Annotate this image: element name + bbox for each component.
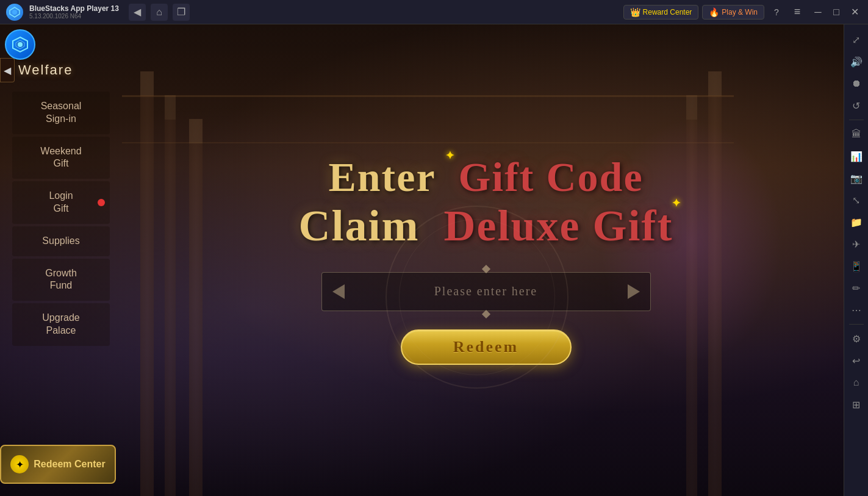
titlebar-right: 👑 Reward Center 🔥 Play & Win ? ≡ ─ □ ✕ — [623, 4, 868, 21]
app-logo — [4, 1, 26, 23]
home-icon-btn[interactable]: ⌂ — [846, 372, 867, 393]
sidebar-item-upgrade-palace[interactable]: UpgradePalace — [12, 303, 110, 346]
bluestacks-logo[interactable] — [5, 29, 35, 60]
divider-1 — [849, 120, 864, 120]
left-arrow-shape — [332, 284, 345, 299]
more-icon-btn[interactable]: ⋯ — [846, 300, 867, 320]
nav-buttons: ◀ ⌂ ❐ — [129, 4, 190, 21]
resize-icon-btn[interactable]: ⤡ — [846, 190, 867, 210]
gift-icon: ✦ — [16, 459, 24, 470]
input-right-arrow — [622, 282, 646, 301]
growth-fund-label: GrowthFund — [45, 268, 77, 291]
sidebar-item-growth-fund[interactable]: GrowthFund — [12, 259, 110, 301]
fire-icon: 🔥 — [709, 7, 719, 17]
app-version: 5.13.200.1026 N64 — [29, 13, 119, 20]
close-button[interactable]: ✕ — [846, 4, 863, 21]
enter-word: Enter — [328, 156, 447, 198]
app-name: BlueStacks App Player 13 — [29, 4, 119, 13]
sidebar-items-list: SeasonalSign-in WeekendGift LoginGift Su… — [12, 92, 110, 346]
play-win-label: Play & Win — [722, 8, 758, 16]
supplies-label: Supplies — [42, 235, 79, 246]
reward-center-button[interactable]: 👑 Reward Center — [623, 5, 699, 20]
gift-code-words: Gift Code — [458, 154, 643, 200]
record-icon-btn[interactable]: ⏺ — [846, 73, 867, 94]
input-left-arrow — [326, 282, 351, 301]
nav-copy-button[interactable]: ❐ — [173, 4, 190, 21]
title-line-1: Enter Gift Code — [299, 156, 673, 198]
right-sidebar: ⤢ 🔊 ⏺ ↺ 🏛 📊 📷 ⤡ 📁 ✈ 📱 ✏ ⋯ ⚙ ↩ ⌂ ⊞ — [844, 24, 868, 496]
sidebar-item-supplies[interactable]: Supplies — [12, 226, 110, 256]
settings-icon-btn[interactable]: ⚙ — [846, 328, 867, 349]
back-icon-btn[interactable]: ↩ — [846, 350, 867, 371]
sidebar: ◀ Welfare SeasonalSign-in WeekendGift Lo… — [0, 24, 128, 496]
redeem-center-button[interactable]: ✦ Redeem Center — [0, 445, 116, 484]
maximize-button[interactable]: □ — [828, 4, 845, 21]
svg-point-4 — [18, 42, 23, 47]
upgrade-palace-label: UpgradePalace — [42, 312, 79, 336]
divider-2 — [849, 324, 864, 325]
weekend-gift-label: WeekendGift — [40, 146, 81, 169]
reward-crown-icon: 👑 — [630, 7, 640, 17]
redeem-center-icon: ✦ — [10, 455, 29, 473]
speaker-icon-btn[interactable]: 🔊 — [846, 51, 867, 72]
sidebar-item-weekend-gift[interactable]: WeekendGift — [12, 137, 110, 179]
nav-back-button[interactable]: ◀ — [129, 4, 146, 21]
login-gift-label: LoginGift — [49, 190, 73, 214]
brush-icon-btn[interactable]: ✏ — [846, 278, 867, 298]
welfare-title: Welfare — [18, 62, 73, 78]
logo-circle-overlay[interactable] — [5, 29, 35, 60]
sidebar-item-seasonal-signin[interactable]: SeasonalSign-in — [12, 92, 110, 134]
login-gift-badge — [98, 199, 105, 206]
fullscreen-icon-btn[interactable]: ⤢ — [846, 29, 867, 50]
welfare-header: ◀ Welfare — [0, 58, 122, 82]
logo-circle — [6, 4, 23, 21]
airplane-icon-btn[interactable]: ✈ — [846, 234, 867, 254]
window-controls: ─ □ ✕ — [809, 4, 863, 21]
minimize-button[interactable]: ─ — [809, 4, 827, 21]
help-button[interactable]: ? — [768, 4, 785, 21]
refresh-icon-btn[interactable]: ↺ — [846, 95, 867, 116]
svg-point-1 — [12, 10, 17, 15]
phone-icon-btn[interactable]: 📱 — [846, 256, 867, 276]
nav-home-button[interactable]: ⌂ — [151, 4, 168, 21]
right-arrow-shape — [628, 284, 640, 299]
folder-icon-btn[interactable]: 📁 — [846, 212, 867, 232]
bs-logo-svg — [10, 35, 30, 54]
apps-icon-btn[interactable]: ⊞ — [846, 394, 867, 415]
reward-center-label: Reward Center — [643, 8, 692, 16]
watermark-circle — [386, 206, 569, 389]
seasonal-signin-label: SeasonalSign-in — [41, 101, 82, 124]
play-win-button[interactable]: 🔥 Play & Win — [702, 5, 764, 20]
titlebar: BlueStacks App Player 13 5.13.200.1026 N… — [0, 0, 868, 24]
menu-button[interactable]: ≡ — [789, 4, 806, 21]
redeem-center-label: Redeem Center — [34, 458, 105, 471]
welfare-collapse-arrow[interactable]: ◀ — [0, 58, 15, 82]
sidebar-item-login-gift[interactable]: LoginGift — [12, 181, 110, 224]
main-area: ◀ Welfare SeasonalSign-in WeekendGift Lo… — [0, 24, 844, 496]
chart-icon-btn[interactable]: 📊 — [846, 146, 867, 167]
building-icon-btn[interactable]: 🏛 — [846, 124, 867, 145]
screenshot-icon-btn[interactable]: 📷 — [846, 168, 867, 189]
